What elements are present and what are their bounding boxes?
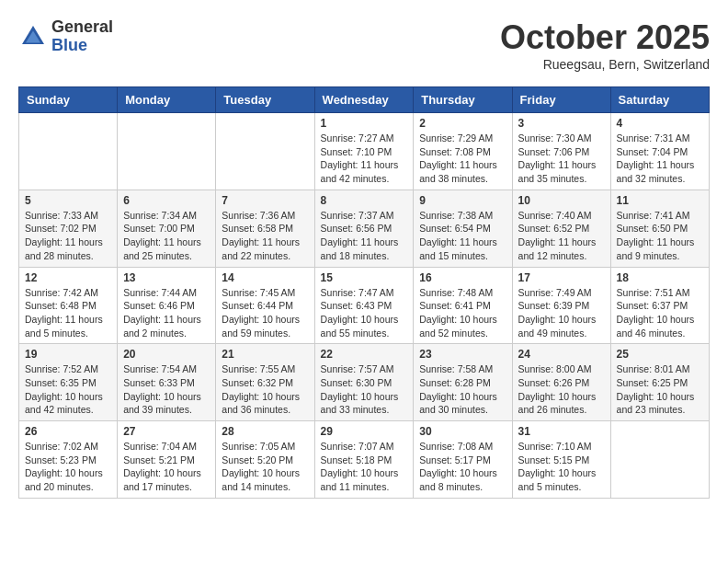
calendar-week-row: 12Sunrise: 7:42 AM Sunset: 6:48 PM Dayli…: [19, 267, 710, 344]
day-number: 13: [123, 271, 210, 284]
day-info: Sunrise: 7:51 AM Sunset: 6:37 PM Dayligh…: [617, 286, 703, 340]
day-number: 31: [518, 425, 605, 438]
calendar-cell: [118, 113, 216, 190]
calendar-cell: 31Sunrise: 7:10 AM Sunset: 5:15 PM Dayli…: [512, 421, 610, 499]
day-number: 21: [222, 348, 308, 361]
day-number: 14: [222, 271, 308, 284]
day-number: 12: [25, 271, 111, 284]
calendar-week-row: 26Sunrise: 7:02 AM Sunset: 5:23 PM Dayli…: [19, 421, 710, 499]
calendar-cell: 12Sunrise: 7:42 AM Sunset: 6:48 PM Dayli…: [19, 267, 118, 344]
calendar-cell: 15Sunrise: 7:47 AM Sunset: 6:43 PM Dayli…: [314, 267, 414, 344]
day-info: Sunrise: 7:27 AM Sunset: 7:10 PM Dayligh…: [321, 132, 408, 186]
calendar-cell: 26Sunrise: 7:02 AM Sunset: 5:23 PM Dayli…: [19, 421, 118, 499]
day-info: Sunrise: 7:42 AM Sunset: 6:48 PM Dayligh…: [25, 286, 111, 340]
day-info: Sunrise: 7:36 AM Sunset: 6:58 PM Dayligh…: [222, 209, 308, 263]
calendar-cell: 2Sunrise: 7:29 AM Sunset: 7:08 PM Daylig…: [414, 113, 512, 190]
day-number: 9: [419, 194, 506, 207]
calendar-cell: 8Sunrise: 7:37 AM Sunset: 6:56 PM Daylig…: [314, 190, 414, 267]
day-number: 7: [222, 194, 308, 207]
day-info: Sunrise: 7:44 AM Sunset: 6:46 PM Dayligh…: [123, 286, 210, 340]
day-info: Sunrise: 7:49 AM Sunset: 6:39 PM Dayligh…: [518, 286, 605, 340]
weekday-header: Saturday: [610, 87, 709, 113]
day-info: Sunrise: 7:30 AM Sunset: 7:06 PM Dayligh…: [518, 132, 605, 186]
calendar-cell: 17Sunrise: 7:49 AM Sunset: 6:39 PM Dayli…: [512, 267, 610, 344]
calendar-cell: 10Sunrise: 7:40 AM Sunset: 6:52 PM Dayli…: [512, 190, 610, 267]
day-number: 18: [617, 271, 703, 284]
day-number: 25: [617, 348, 703, 361]
day-info: Sunrise: 7:29 AM Sunset: 7:08 PM Dayligh…: [419, 132, 506, 186]
day-info: Sunrise: 7:48 AM Sunset: 6:41 PM Dayligh…: [419, 286, 506, 340]
day-number: 28: [222, 425, 308, 438]
day-number: 20: [123, 348, 210, 361]
day-number: 15: [321, 271, 408, 284]
day-number: 24: [518, 348, 605, 361]
day-info: Sunrise: 8:00 AM Sunset: 6:26 PM Dayligh…: [518, 362, 605, 417]
calendar-cell: 16Sunrise: 7:48 AM Sunset: 6:41 PM Dayli…: [414, 267, 512, 344]
logo-text: General Blue: [51, 18, 113, 55]
day-info: Sunrise: 7:55 AM Sunset: 6:32 PM Dayligh…: [222, 362, 308, 417]
day-number: 26: [25, 425, 111, 438]
calendar-cell: 30Sunrise: 7:08 AM Sunset: 5:17 PM Dayli…: [414, 421, 512, 499]
day-number: 5: [25, 194, 111, 207]
day-number: 4: [617, 117, 703, 130]
day-info: Sunrise: 7:33 AM Sunset: 7:02 PM Dayligh…: [25, 209, 111, 263]
calendar-cell: 24Sunrise: 8:00 AM Sunset: 6:26 PM Dayli…: [512, 344, 610, 421]
weekday-header: Monday: [118, 87, 216, 113]
day-info: Sunrise: 7:58 AM Sunset: 6:28 PM Dayligh…: [419, 362, 506, 417]
month-title: October 2025: [500, 18, 710, 57]
calendar-cell: 4Sunrise: 7:31 AM Sunset: 7:04 PM Daylig…: [610, 113, 709, 190]
day-info: Sunrise: 7:45 AM Sunset: 6:44 PM Dayligh…: [222, 286, 308, 340]
calendar-cell: [19, 113, 118, 190]
logo: General Blue: [18, 18, 113, 55]
day-info: Sunrise: 7:07 AM Sunset: 5:18 PM Dayligh…: [321, 440, 408, 494]
day-info: Sunrise: 7:54 AM Sunset: 6:33 PM Dayligh…: [123, 362, 210, 417]
weekday-header: Sunday: [19, 87, 118, 113]
calendar-header-row: SundayMondayTuesdayWednesdayThursdayFrid…: [19, 87, 710, 113]
day-info: Sunrise: 7:10 AM Sunset: 5:15 PM Dayligh…: [518, 440, 605, 494]
calendar-table: SundayMondayTuesdayWednesdayThursdayFrid…: [18, 86, 710, 499]
day-number: 22: [321, 348, 408, 361]
day-number: 8: [321, 194, 408, 207]
day-info: Sunrise: 7:08 AM Sunset: 5:17 PM Dayligh…: [419, 440, 506, 494]
calendar-cell: [610, 421, 709, 499]
day-number: 29: [321, 425, 408, 438]
calendar-cell: 20Sunrise: 7:54 AM Sunset: 6:33 PM Dayli…: [118, 344, 216, 421]
day-number: 6: [123, 194, 210, 207]
calendar-cell: 29Sunrise: 7:07 AM Sunset: 5:18 PM Dayli…: [314, 421, 414, 499]
logo-blue-text: Blue: [51, 37, 113, 55]
page-header: General Blue October 2025 Rueegsau, Bern…: [18, 18, 710, 72]
day-number: 10: [518, 194, 605, 207]
calendar-cell: 3Sunrise: 7:30 AM Sunset: 7:06 PM Daylig…: [512, 113, 610, 190]
weekday-header: Thursday: [414, 87, 512, 113]
day-info: Sunrise: 7:47 AM Sunset: 6:43 PM Dayligh…: [321, 286, 408, 340]
day-info: Sunrise: 7:37 AM Sunset: 6:56 PM Dayligh…: [321, 209, 408, 263]
title-section: October 2025 Rueegsau, Bern, Switzerland: [500, 18, 710, 72]
logo-icon: [18, 22, 48, 52]
calendar-cell: 7Sunrise: 7:36 AM Sunset: 6:58 PM Daylig…: [216, 190, 314, 267]
day-info: Sunrise: 7:41 AM Sunset: 6:50 PM Dayligh…: [617, 209, 703, 263]
calendar-cell: 21Sunrise: 7:55 AM Sunset: 6:32 PM Dayli…: [216, 344, 314, 421]
calendar-cell: 22Sunrise: 7:57 AM Sunset: 6:30 PM Dayli…: [314, 344, 414, 421]
calendar-cell: 14Sunrise: 7:45 AM Sunset: 6:44 PM Dayli…: [216, 267, 314, 344]
calendar-cell: 18Sunrise: 7:51 AM Sunset: 6:37 PM Dayli…: [610, 267, 709, 344]
day-number: 3: [518, 117, 605, 130]
weekday-header: Tuesday: [216, 87, 314, 113]
day-number: 2: [419, 117, 506, 130]
calendar-cell: [216, 113, 314, 190]
calendar-cell: 6Sunrise: 7:34 AM Sunset: 7:00 PM Daylig…: [118, 190, 216, 267]
calendar-cell: 28Sunrise: 7:05 AM Sunset: 5:20 PM Dayli…: [216, 421, 314, 499]
calendar-cell: 13Sunrise: 7:44 AM Sunset: 6:46 PM Dayli…: [118, 267, 216, 344]
calendar-week-row: 5Sunrise: 7:33 AM Sunset: 7:02 PM Daylig…: [19, 190, 710, 267]
day-number: 23: [419, 348, 506, 361]
day-info: Sunrise: 7:34 AM Sunset: 7:00 PM Dayligh…: [123, 209, 210, 263]
day-info: Sunrise: 8:01 AM Sunset: 6:25 PM Dayligh…: [617, 362, 703, 417]
location-text: Rueegsau, Bern, Switzerland: [500, 57, 710, 72]
day-number: 17: [518, 271, 605, 284]
calendar-week-row: 19Sunrise: 7:52 AM Sunset: 6:35 PM Dayli…: [19, 344, 710, 421]
weekday-header: Wednesday: [314, 87, 414, 113]
calendar-cell: 9Sunrise: 7:38 AM Sunset: 6:54 PM Daylig…: [414, 190, 512, 267]
day-info: Sunrise: 7:52 AM Sunset: 6:35 PM Dayligh…: [25, 362, 111, 417]
day-number: 16: [419, 271, 506, 284]
day-info: Sunrise: 7:31 AM Sunset: 7:04 PM Dayligh…: [617, 132, 703, 186]
calendar-cell: 1Sunrise: 7:27 AM Sunset: 7:10 PM Daylig…: [314, 113, 414, 190]
